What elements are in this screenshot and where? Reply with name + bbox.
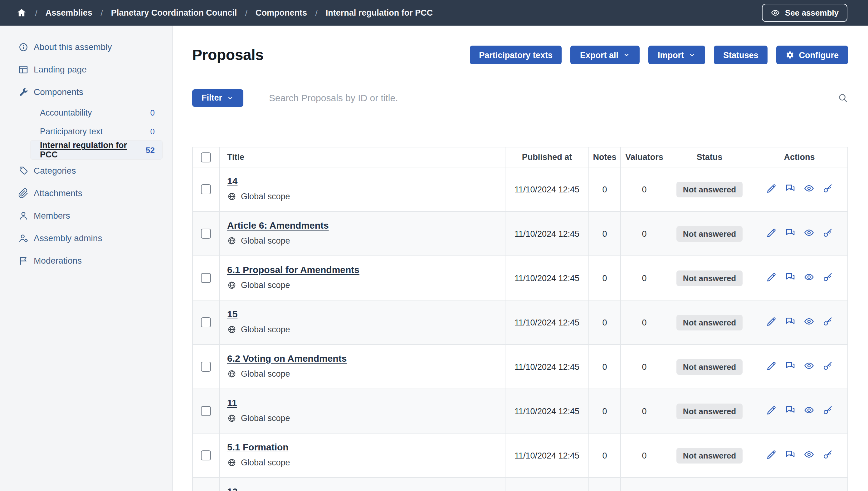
- edit-proposal-button[interactable]: [766, 405, 777, 415]
- row-checkbox[interactable]: [201, 406, 211, 416]
- permissions-key-button[interactable]: [822, 272, 833, 282]
- preview-proposal-button[interactable]: [803, 360, 814, 371]
- breadcrumb-components[interactable]: Components: [255, 8, 307, 18]
- preview-proposal-button[interactable]: [803, 405, 814, 415]
- edit-proposal-button[interactable]: [766, 316, 777, 327]
- configure-button[interactable]: Configure: [777, 46, 848, 64]
- permissions-key-button[interactable]: [822, 405, 833, 415]
- sidebar-item-about[interactable]: About this assembly: [0, 36, 172, 58]
- proposals-table-body: 14 Global scope 11/10/2024 12:45 0 0 Not…: [192, 167, 848, 491]
- answer-proposal-button[interactable]: [785, 316, 795, 327]
- sidebar-item-assembly-admins[interactable]: Assembly admins: [0, 227, 172, 249]
- breadcrumb-assembly-name[interactable]: Planetary Coordination Council: [111, 8, 237, 18]
- export-all-button[interactable]: Export all: [571, 46, 640, 64]
- answer-proposal-button[interactable]: [785, 449, 795, 460]
- eye-icon: [803, 183, 814, 194]
- participatory-texts-button[interactable]: Participatory texts: [470, 46, 562, 64]
- preview-proposal-button[interactable]: [803, 316, 814, 327]
- user-icon: [18, 210, 29, 221]
- proposal-title-link[interactable]: 12: [227, 486, 238, 491]
- preview-proposal-button[interactable]: [803, 449, 814, 460]
- proposal-title-link[interactable]: 6.2 Voting on Amendments: [227, 353, 347, 364]
- globe-icon: [227, 236, 237, 246]
- notes-cell: 0: [589, 167, 621, 211]
- answer-proposal-button[interactable]: [785, 272, 795, 282]
- proposal-title-link[interactable]: 5.1 Formation: [227, 442, 289, 452]
- proposal-title-link[interactable]: 15: [227, 309, 238, 319]
- breadcrumb-separator: /: [315, 8, 318, 18]
- permissions-key-button[interactable]: [822, 227, 833, 238]
- row-checkbox[interactable]: [201, 362, 211, 372]
- published-at-cell: 11/10/2024 12:45: [505, 211, 589, 256]
- count-badge: 52: [146, 145, 155, 154]
- row-checkbox[interactable]: [201, 184, 211, 194]
- sidebar-item-components[interactable]: Components: [0, 81, 172, 103]
- search-icon[interactable]: [837, 92, 848, 103]
- sidebar-item-accountability[interactable]: Accountability 0: [31, 103, 162, 122]
- sidebar-item-categories[interactable]: Categories: [0, 159, 172, 182]
- select-all-checkbox[interactable]: [201, 152, 211, 162]
- proposal-title-link[interactable]: 6.1 Proposal for Amendments: [227, 264, 360, 275]
- sidebar-item-landing-page[interactable]: Landing page: [0, 58, 172, 81]
- valuators-cell: 0: [621, 433, 668, 478]
- published-at-cell: 11/10/2024 12:45: [505, 389, 589, 433]
- notes-cell: 0: [589, 433, 621, 478]
- row-checkbox[interactable]: [201, 229, 211, 239]
- tools-icon: [18, 87, 29, 97]
- answer-proposal-button[interactable]: [785, 227, 795, 238]
- user-settings-icon: [18, 233, 29, 243]
- key-icon: [822, 360, 833, 371]
- published-at-cell: 11/10/2024 12:45: [505, 300, 589, 345]
- proposal-title-link[interactable]: Article 6: Amendments: [227, 220, 329, 231]
- breadcrumb-assemblies[interactable]: Assemblies: [45, 8, 92, 18]
- permissions-key-button[interactable]: [822, 449, 833, 460]
- sidebar-item-moderations[interactable]: Moderations: [0, 249, 172, 272]
- eye-icon: [803, 360, 814, 371]
- price-tag-icon: [18, 165, 29, 176]
- see-assembly-button[interactable]: See assembly: [762, 4, 847, 22]
- notes-cell: 0: [589, 345, 621, 389]
- edit-proposal-button[interactable]: [766, 272, 777, 282]
- sidebar-item-attachments[interactable]: Attachments: [0, 182, 172, 204]
- filter-button[interactable]: Filter: [192, 89, 243, 107]
- row-checkbox[interactable]: [201, 273, 211, 283]
- permissions-key-button[interactable]: [822, 360, 833, 371]
- sidebar-item-internal-regulation[interactable]: Internal regulation for PCC 52: [31, 141, 162, 159]
- row-checkbox[interactable]: [201, 317, 211, 327]
- answer-proposal-button[interactable]: [785, 360, 795, 371]
- proposal-title-link[interactable]: 11: [227, 397, 237, 408]
- edit-proposal-button[interactable]: [766, 449, 777, 460]
- proposal-title-link[interactable]: 14: [227, 176, 238, 186]
- chat-icon: [785, 405, 795, 415]
- proposal-scope: Global scope: [227, 192, 499, 201]
- search-input[interactable]: [269, 92, 831, 103]
- valuators-cell: 0: [621, 256, 668, 300]
- globe-icon: [227, 413, 237, 423]
- globe-icon: [227, 458, 237, 467]
- edit-proposal-button[interactable]: [766, 227, 777, 238]
- proposals-table: Title Published at Notes Valuators Statu…: [192, 147, 848, 491]
- status-badge: Not answered: [677, 226, 743, 241]
- notes-cell: 0: [589, 389, 621, 433]
- permissions-key-button[interactable]: [822, 316, 833, 327]
- sidebar-item-members[interactable]: Members: [0, 204, 172, 227]
- table-row: Article 6: Amendments Global scope 11/10…: [192, 211, 848, 256]
- breadcrumb-current-component[interactable]: Internal regulation for PCC: [326, 8, 433, 18]
- header-published-at: Published at: [505, 147, 589, 167]
- permissions-key-button[interactable]: [822, 183, 833, 194]
- answer-proposal-button[interactable]: [785, 183, 795, 194]
- import-button[interactable]: Import: [648, 46, 705, 64]
- sidebar-item-participatory-text[interactable]: Participatory text 0: [31, 122, 162, 141]
- table-row: 6.1 Proposal for Amendments Global scope…: [192, 256, 848, 300]
- statuses-button[interactable]: Statuses: [714, 46, 768, 64]
- edit-proposal-button[interactable]: [766, 183, 777, 194]
- header-actions: Actions: [751, 147, 848, 167]
- preview-proposal-button[interactable]: [803, 183, 814, 194]
- answer-proposal-button[interactable]: [785, 405, 795, 415]
- home-icon[interactable]: [16, 7, 27, 18]
- edit-proposal-button[interactable]: [766, 360, 777, 371]
- row-checkbox[interactable]: [201, 451, 211, 460]
- preview-proposal-button[interactable]: [803, 227, 814, 238]
- topbar: / Assemblies / Planetary Coordination Co…: [0, 0, 868, 26]
- preview-proposal-button[interactable]: [803, 272, 814, 282]
